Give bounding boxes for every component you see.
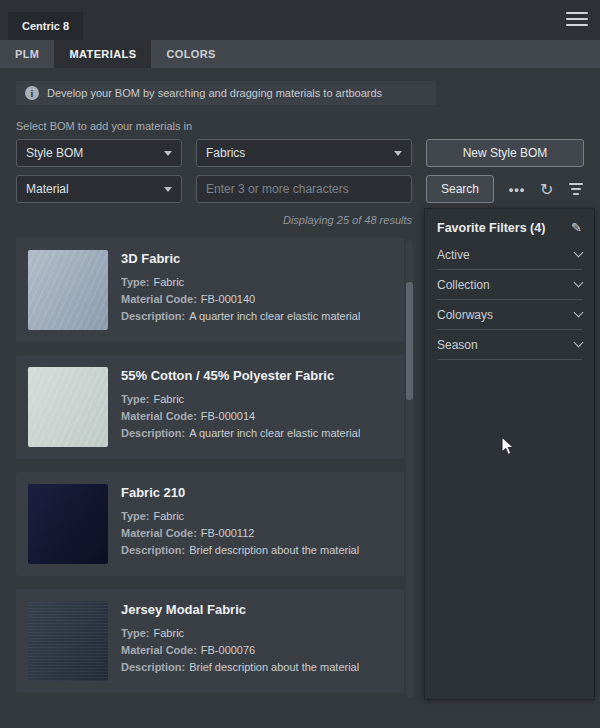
material-swatch [28,601,108,681]
new-style-bom-button[interactable]: New Style BOM [426,139,584,167]
chevron-down-icon [574,248,584,258]
scrollbar-thumb[interactable] [406,282,413,400]
material-type-row: Type:Fabric [121,391,360,408]
material-desc-value: Brief description about the material [189,661,359,673]
material-type-row: Type:Fabric [121,274,360,291]
material-desc-value: Brief description about the material [189,544,359,556]
material-type-label: Type: [121,510,150,522]
material-type-value: Fabric [154,276,185,288]
tab-plm[interactable]: PLM [0,40,54,68]
material-card[interactable]: Fabric 210 Type:Fabric Material Code:FB-… [16,472,404,576]
app-window: { "app": { "title": "Centric 8" }, "tabs… [0,0,600,728]
material-card[interactable]: Jersey Modal Fabric Type:Fabric Material… [16,589,404,693]
material-type-value: Fabric [154,510,185,522]
material-desc-label: Description: [121,661,185,673]
chevron-down-icon [574,338,584,348]
filter-section-row[interactable]: Collection [437,270,582,300]
controls-row-2: Material Search ••• ↻ [16,175,584,203]
info-banner: i Develop your BOM by searching and drag… [16,81,436,105]
search-button[interactable]: Search [426,175,494,203]
material-card[interactable]: 55% Cotton / 45% Polyester Fabric Type:F… [16,355,404,459]
material-swatch [28,367,108,447]
refresh-button[interactable]: ↻ [540,180,553,199]
material-code-label: Material Code: [121,410,197,422]
list-scrollbar[interactable] [406,240,413,697]
material-type-row: Type:Fabric [121,625,359,642]
more-options-button[interactable]: ••• [509,182,526,197]
material-code-row: Material Code:FB-000140 [121,291,360,308]
material-desc-value: A quarter inch clear elastic material [189,427,360,439]
material-desc-row: Description:A quarter inch clear elastic… [121,425,360,442]
bom-select-value: Style BOM [26,146,83,160]
nav-tabs: PLM MATERIALS COLORS [0,40,600,68]
material-desc-value: A quarter inch clear elastic material [189,310,360,322]
material-type-select-value: Material [26,182,69,196]
material-code-value: FB-000112 [201,527,255,539]
filter-section-row[interactable]: Season [437,330,582,360]
filter-button[interactable] [568,183,584,195]
hamburger-menu-button[interactable] [566,12,588,28]
material-type-label: Type: [121,627,150,639]
filter-section-label: Active [437,248,470,262]
material-code-value: FB-000076 [201,644,255,656]
material-name: 55% Cotton / 45% Polyester Fabric [121,368,360,383]
material-desc-row: Description:Brief description about the … [121,659,359,676]
material-code-value: FB-000140 [201,293,255,305]
chevron-down-icon [164,187,172,192]
filter-section-label: Season [437,338,478,352]
filter-sections: Active Collection Colorways Season [437,240,582,360]
material-info: Fabric 210 Type:Fabric Material Code:FB-… [121,484,359,564]
bom-select[interactable]: Style BOM [16,139,182,167]
filter-section-row[interactable]: Colorways [437,300,582,330]
material-desc-label: Description: [121,427,185,439]
material-info: Jersey Modal Fabric Type:Fabric Material… [121,601,359,681]
results-count: Displaying 25 of 48 results [16,214,412,226]
material-desc-label: Description: [121,544,185,556]
app-title: Centric 8 [22,20,69,32]
filters-panel: Favorite Filters (4) ✎ Active Collection… [424,208,595,700]
tab-materials-label: MATERIALS [69,48,136,60]
materials-list: 3D Fabric Type:Fabric Material Code:FB-0… [16,238,404,693]
edit-filters-button[interactable]: ✎ [571,220,582,235]
material-type-select[interactable]: Material [16,175,182,203]
material-code-row: Material Code:FB-000014 [121,408,360,425]
material-code-label: Material Code: [121,293,197,305]
material-type-label: Type: [121,276,150,288]
material-card[interactable]: 3D Fabric Type:Fabric Material Code:FB-0… [16,238,404,342]
material-info: 3D Fabric Type:Fabric Material Code:FB-0… [121,250,360,330]
tab-colors[interactable]: COLORS [151,40,230,68]
category-select-value: Fabrics [206,146,245,160]
info-banner-text: Develop your BOM by searching and draggi… [47,87,382,99]
filter-section-label: Collection [437,278,490,292]
material-name: 3D Fabric [121,251,360,266]
material-type-value: Fabric [154,393,185,405]
material-type-row: Type:Fabric [121,508,359,525]
material-info: 55% Cotton / 45% Polyester Fabric Type:F… [121,367,360,447]
chevron-down-icon [574,308,584,318]
search-input[interactable] [196,175,412,203]
material-name: Jersey Modal Fabric [121,602,359,617]
tab-plm-label: PLM [15,48,39,60]
tab-materials[interactable]: MATERIALS [54,40,151,68]
material-type-value: Fabric [154,627,185,639]
material-swatch [28,484,108,564]
bom-section-label: Select BOM to add your materials in [16,120,584,132]
material-code-label: Material Code: [121,527,197,539]
material-code-value: FB-000014 [201,410,255,422]
topbar: Centric 8 [0,0,600,40]
chevron-down-icon [394,151,402,156]
search-actions: Search ••• ↻ [426,175,584,203]
filter-section-label: Colorways [437,308,493,322]
material-desc-row: Description:Brief description about the … [121,542,359,559]
filter-section-row[interactable]: Active [437,240,582,270]
material-desc-label: Description: [121,310,185,322]
app-title-tab[interactable]: Centric 8 [8,12,83,40]
material-name: Fabric 210 [121,485,359,500]
controls-row-1: Style BOM Fabrics New Style BOM [16,139,584,167]
tab-colors-label: COLORS [166,48,215,60]
category-select[interactable]: Fabrics [196,139,412,167]
chevron-down-icon [164,151,172,156]
chevron-down-icon [574,278,584,288]
material-code-row: Material Code:FB-000076 [121,642,359,659]
material-code-label: Material Code: [121,644,197,656]
